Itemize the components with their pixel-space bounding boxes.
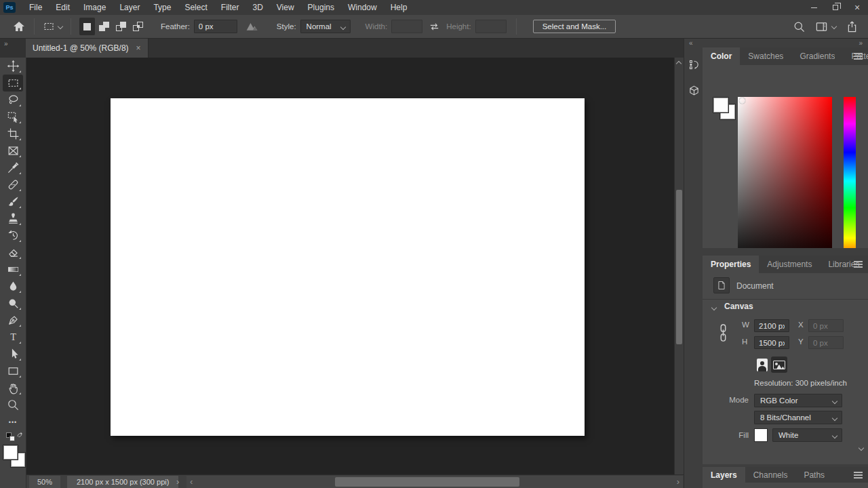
canvas-height-input[interactable]	[754, 336, 789, 349]
tool-history-brush[interactable]	[3, 227, 23, 244]
3d-panel-button[interactable]	[686, 82, 702, 98]
zoom-level[interactable]: 50%	[29, 476, 60, 488]
canvas-x-input	[808, 319, 844, 332]
add-selection-button[interactable]	[96, 18, 112, 35]
tool-pen[interactable]	[3, 312, 23, 329]
section-collapse-icon[interactable]	[711, 305, 717, 310]
tab-layers[interactable]: Layers	[703, 467, 745, 483]
tab-swatches[interactable]: Swatches	[740, 47, 791, 65]
swap-colors-icon[interactable]	[16, 431, 24, 439]
fill-select[interactable]: White	[772, 428, 842, 442]
vertical-scrollbar[interactable]	[674, 58, 684, 474]
tool-rectangular-marquee[interactable]	[3, 75, 23, 92]
tool-preset-button[interactable]	[40, 18, 65, 35]
new-selection-button[interactable]	[79, 18, 95, 35]
scroll-left-icon[interactable]: ‹	[190, 478, 193, 486]
style-select[interactable]: Normal	[300, 20, 351, 33]
tool-frame[interactable]	[3, 142, 23, 159]
menu-image[interactable]: Image	[77, 0, 113, 15]
default-colors-widget[interactable]	[6, 431, 20, 442]
panel-menu-icon[interactable]	[854, 53, 863, 60]
tool-path-selection[interactable]	[3, 346, 23, 363]
tool-lasso[interactable]	[3, 92, 23, 108]
selection-mode-group	[79, 18, 146, 35]
feather-input[interactable]	[194, 20, 237, 33]
tool-rectangle[interactable]	[3, 363, 23, 380]
menu-type[interactable]: Type	[146, 0, 178, 15]
tool-brush[interactable]	[3, 193, 23, 210]
saturation-brightness-picker[interactable]	[738, 97, 832, 266]
edit-toolbar-button[interactable]: •••	[3, 418, 23, 427]
tool-dodge[interactable]	[3, 295, 23, 312]
scroll-right-icon[interactable]: ›	[677, 478, 679, 486]
tool-move[interactable]	[3, 58, 23, 75]
hue-strip[interactable]	[844, 97, 856, 265]
fill-color-swatch[interactable]	[754, 428, 768, 442]
panel-menu-icon[interactable]	[854, 472, 863, 479]
tool-eyedropper[interactable]	[3, 159, 23, 176]
menu-plugins[interactable]: Plugins	[301, 0, 341, 15]
width-dim-label: W	[742, 321, 749, 329]
menu-3d[interactable]: 3D	[245, 0, 269, 15]
link-dimensions-icon[interactable]	[719, 322, 728, 344]
tab-close-icon[interactable]: ×	[136, 43, 141, 53]
mode-select[interactable]: RGB Color	[754, 394, 842, 407]
color-picker-marker[interactable]	[739, 98, 745, 104]
minimize-button[interactable]	[803, 0, 825, 15]
select-and-mask-button[interactable]: Select and Mask...	[533, 20, 616, 33]
document-canvas[interactable]	[111, 98, 585, 436]
canvas-width-input[interactable]	[754, 319, 789, 332]
intersect-selection-button[interactable]	[130, 18, 146, 35]
menu-filter[interactable]: Filter	[214, 0, 246, 15]
home-button[interactable]	[9, 18, 28, 35]
tab-channels[interactable]: Channels	[745, 467, 796, 483]
tool-type[interactable]	[3, 329, 23, 346]
bit-depth-select[interactable]: 8 Bits/Channel	[754, 411, 842, 424]
tool-zoom[interactable]	[3, 396, 23, 413]
tool-hand[interactable]	[3, 380, 23, 396]
horizontal-scrollbar-thumb[interactable]	[335, 477, 519, 487]
menu-edit[interactable]: Edit	[49, 0, 77, 15]
menu-layer[interactable]: Layer	[113, 0, 146, 15]
history-panel-button[interactable]	[686, 56, 702, 73]
marquee-icon	[43, 20, 55, 33]
tool-crop[interactable]	[3, 125, 23, 142]
foreground-color-swatch[interactable]	[3, 445, 18, 460]
share-icon[interactable]	[846, 20, 859, 33]
tab-adjustments[interactable]: Adjustments	[759, 256, 820, 273]
restore-button[interactable]	[825, 0, 846, 15]
panel-foreground-swatch[interactable]	[713, 98, 728, 113]
scroll-down-icon[interactable]	[859, 445, 864, 451]
landscape-orientation-button[interactable]	[771, 357, 787, 373]
tool-blur[interactable]	[3, 278, 23, 295]
tool-gradient[interactable]	[3, 261, 23, 278]
horizontal-scrollbar[interactable]: ‹ ›	[186, 476, 683, 488]
menu-help[interactable]: Help	[384, 0, 414, 15]
menu-window[interactable]: Window	[341, 0, 384, 15]
subtract-selection-button[interactable]	[113, 18, 129, 35]
menu-file[interactable]: File	[22, 0, 49, 15]
tool-clone-stamp[interactable]	[3, 210, 23, 227]
collapse-chevrons-icon[interactable]: »	[4, 40, 8, 47]
tab-gradients[interactable]: Gradients	[791, 47, 843, 65]
vertical-scrollbar-thumb[interactable]	[676, 190, 682, 344]
collapse-panels-icon[interactable]: »	[859, 39, 863, 47]
tool-object-selection[interactable]	[3, 108, 23, 125]
workspace-button[interactable]	[815, 20, 836, 33]
expand-panels-icon[interactable]: «	[689, 39, 693, 47]
tool-spot-healing-brush[interactable]	[3, 176, 23, 193]
panel-menu-icon[interactable]	[854, 261, 863, 268]
document-tab[interactable]: Untitled-1 @ 50% (RGB/8) ×	[26, 39, 149, 58]
menu-select[interactable]: Select	[178, 0, 214, 15]
swap-dimensions-icon[interactable]	[429, 21, 440, 33]
tab-paths[interactable]: Paths	[795, 467, 833, 483]
tab-color[interactable]: Color	[703, 47, 740, 65]
menu-view[interactable]: View	[270, 0, 301, 15]
tab-properties[interactable]: Properties	[703, 256, 759, 273]
search-icon[interactable]	[793, 20, 806, 33]
portrait-orientation-button[interactable]	[754, 357, 770, 373]
status-chevron-icon[interactable]: ›	[176, 478, 179, 486]
close-button[interactable]: ×	[846, 0, 868, 15]
tool-eraser[interactable]	[3, 244, 23, 261]
scroll-up-icon[interactable]	[676, 61, 682, 66]
